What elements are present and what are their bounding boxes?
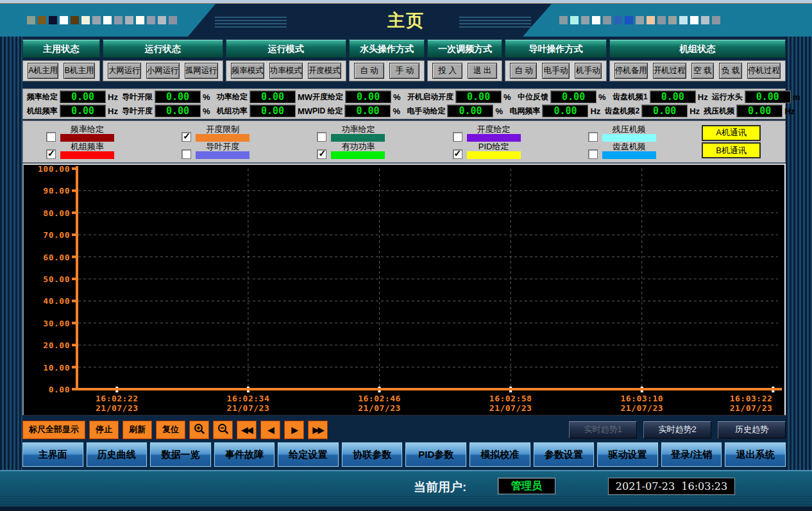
btn-no-load[interactable]: 空 载 [691,63,715,79]
header-run-mode: 运行模式 [226,40,346,58]
nav-main-screen[interactable]: 主界面 [22,442,83,467]
meas-unit: MW [298,92,312,102]
nav-event-fault[interactable]: 事件故障 [214,442,275,467]
nav-parameter-settings[interactable]: 参数设置 [534,442,595,467]
legend-checkbox-opening-limit[interactable] [182,132,191,142]
reset-button[interactable]: 复位 [156,421,185,439]
svg-text:16:02:22: 16:02:22 [96,394,139,403]
page-title: 主页 [0,9,812,32]
meas-unit: % [503,92,518,102]
meas-value-display: 0.00 [155,90,201,103]
step-forward-icon: ▶ [292,425,297,435]
a-unit-comm-button[interactable]: A机通讯 [702,125,761,141]
svg-text:80.00: 80.00 [43,208,70,218]
legend-checkbox-residual-freq[interactable] [588,132,598,142]
nav-analog-calibration[interactable]: 模拟校准 [469,442,530,467]
realtime-trend2-button[interactable]: 实时趋势2 [643,421,711,439]
realtime-trend1-button[interactable]: 实时趋势1 [569,421,637,439]
btn-gv-electric-manual[interactable]: 电手动 [542,63,569,79]
btn-head-manual[interactable]: 手 动 [389,63,419,79]
svg-text:90.00: 90.00 [43,186,70,196]
ruler-show-all-button[interactable]: 标尺全部显示 [22,421,85,439]
step-backward-button[interactable]: ◀ [260,421,280,439]
legend-color-swatch [602,151,656,159]
svg-text:30.00: 30.00 [43,319,70,328]
meas-label: PID 给定 [312,106,343,117]
header-primary-freq-regulation: 一次调频方式 [427,40,502,58]
meas-value-display: 0.00 [60,90,106,103]
meas-label: 电网频率 [509,106,540,117]
btn-big-grid-run[interactable]: 大网运行 [108,63,141,79]
meas-unit: Hz [108,106,122,116]
svg-text:16:02:58: 16:02:58 [489,394,532,403]
legend-checkbox-unit-freq[interactable] [46,149,56,159]
legend-checkbox-freq-setpoint[interactable] [46,132,56,142]
panel-primary-freq-regulation: 投 入 退 出 [427,60,502,81]
legend-checkbox-opening-setpoint[interactable] [453,132,462,142]
btn-shutdown-process[interactable]: 停机过程 [747,63,781,79]
nav-drive-settings[interactable]: 驱动设置 [597,442,658,467]
legend-color-swatch [60,134,114,142]
measurement-row-2: 机组频率0.00Hz 导叶开度0.00% 机组功率0.00MW PID 给定0.… [23,105,785,117]
nav-login-logout[interactable]: 登录/注销 [661,442,722,467]
trend-chart: 100.0090.0080.0070.0060.0050.0040.0030.0… [22,163,786,415]
nav-setpoint-settings[interactable]: 给定设置 [278,442,339,467]
legend-label: 导叶开度 [206,142,239,151]
nav-cam-parameters[interactable]: 协联参数 [342,442,403,467]
svg-text:40.00: 40.00 [43,296,70,306]
btn-power-mode[interactable]: 功率模式 [269,63,303,79]
header-head-operation: 水头操作方式 [349,40,425,58]
meas-value-display: 0.00 [250,105,296,117]
svg-text:16:03:22: 16:03:22 [730,394,773,403]
btn-load[interactable]: 负 载 [719,63,742,79]
nav-pid-parameters[interactable]: PID参数 [405,442,466,467]
meas-label: 导叶开限 [122,92,153,103]
btn-b-unit-master[interactable]: B机主用 [63,63,94,79]
nav-exit-system[interactable]: 退出系统 [725,442,786,467]
meas-label: 齿盘机频2 [604,106,639,117]
legend-checkbox-power-setpoint[interactable] [317,132,326,142]
btn-pfr-on[interactable]: 投 入 [432,63,462,79]
b-unit-comm-button[interactable]: B机通讯 [702,142,761,158]
btn-pfr-off[interactable]: 退 出 [468,63,497,79]
btn-isolated-grid-run[interactable]: 孤网运行 [185,63,218,79]
stop-button[interactable]: 停止 [89,421,119,439]
header-unit-status: 机组状态 [609,40,786,58]
fast-forward-button[interactable]: ▶▶ [308,421,328,439]
meas-label: 残压机频 [704,106,734,117]
nav-data-overview[interactable]: 数据一览 [150,442,211,467]
svg-text:21/07/23: 21/07/23 [620,403,663,413]
meas-label: 中位反馈 [518,92,548,103]
legend-checkbox-pid-setpoint[interactable] [453,149,462,159]
panel-head-operation: 自 动 手 动 [349,60,425,81]
btn-startup-process[interactable]: 开机过程 [653,63,686,79]
btn-frequency-mode[interactable]: 频率模式 [231,63,264,79]
zoom-out-button[interactable] [213,421,233,439]
btn-opening-mode[interactable]: 开度模式 [308,63,341,79]
svg-text:60.00: 60.00 [43,253,70,262]
zoom-in-button[interactable] [189,421,209,439]
btn-standby[interactable]: 停机备用 [614,63,648,79]
history-trend-button[interactable]: 历史趋势 [718,421,786,439]
title-bar: 主页 [0,4,812,37]
datetime-display: 2021-07-23 16:03:23 [608,478,735,495]
fast-backward-button[interactable]: ◀◀ [237,421,257,439]
meas-unit: MW [298,106,312,116]
meas-label: 电手动给定 [407,106,445,117]
step-forward-button[interactable]: ▶ [284,421,304,439]
window-bottom-strip [0,507,812,511]
meas-unit: % [393,92,407,102]
legend-checkbox-gear-freq[interactable] [588,149,598,159]
legend-checkbox-gv-opening[interactable] [182,149,191,159]
btn-gv-mechanical-manual[interactable]: 机手动 [575,63,602,79]
meas-unit: % [203,106,217,116]
btn-small-grid-run[interactable]: 小网运行 [146,63,180,79]
btn-gv-auto[interactable]: 自 动 [510,63,537,79]
meas-unit: % [495,106,509,116]
refresh-button[interactable]: 刷新 [123,421,152,439]
meas-unit: Hz [590,106,604,116]
btn-head-auto[interactable]: 自 动 [354,63,384,79]
btn-a-unit-master[interactable]: A机主用 [28,63,58,79]
nav-history-curve[interactable]: 历史曲线 [87,442,148,467]
legend-checkbox-active-power[interactable] [317,149,326,159]
